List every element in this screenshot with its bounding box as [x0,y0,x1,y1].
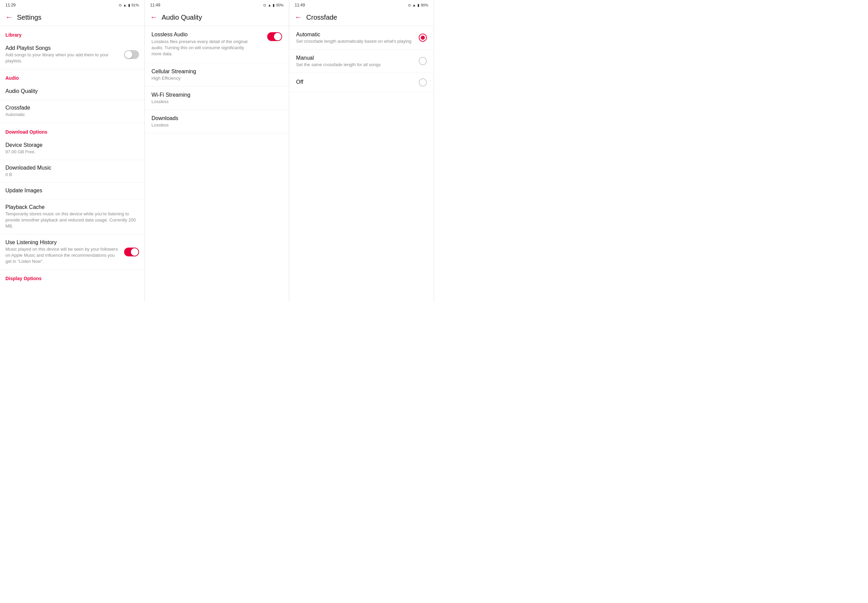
crossfade-item[interactable]: Crossfade Automatic [0,100,144,123]
settings-time: 11:29 [5,3,15,8]
audio-quality-item[interactable]: Audio Quality [0,83,144,100]
add-playlist-songs-title: Add Playlist Songs [5,45,124,51]
settings-title: Settings [17,14,42,22]
audio-quality-header: ← Audio Quality [145,9,289,26]
crossfade-time: 11:49 [295,3,305,8]
lossless-toggle-knob [274,33,281,40]
audio-quality-title: Audio Quality [162,14,202,22]
audio-section-label: Audio [0,69,144,83]
crossfade-title: Crossfade [5,105,30,111]
audio-status-icons: ⊙ ▲ ▮ 90% [263,3,283,8]
crossfade-location-icon: ⊙ [408,3,411,8]
crossfade-wifi-icon: ▲ [412,3,416,7]
automatic-radio-inner [421,36,425,40]
update-images-title: Update Images [5,187,42,194]
wifi-streaming-item[interactable]: Wi-Fi Streaming Lossless [145,87,289,110]
crossfade-manual-title: Manual [296,55,380,61]
crossfade-automatic-title: Automatic [296,31,411,38]
display-options-label: Display Options [0,270,144,284]
audio-quality-content: Lossless Audio Lossless files preserve e… [145,26,289,302]
playback-cache-item[interactable]: Playback Cache Temporarily stores music … [0,199,144,235]
crossfade-content: Automatic Set crossfade length automatic… [289,26,434,302]
audio-battery: 90% [276,3,283,7]
downloads-title: Downloads [151,115,178,121]
settings-content: Library Add Playlist Songs Add songs to … [0,26,144,302]
update-images-item[interactable]: Update Images [0,183,144,199]
use-listening-history-subtitle: Music played on this device will be seen… [5,246,121,265]
lossless-toggle[interactable] [267,32,282,41]
crossfade-header: ← Crossfade [289,9,434,26]
wifi-streaming-title: Wi-Fi Streaming [151,92,190,98]
listening-history-toggle-knob [131,248,138,256]
settings-header: ← Settings [0,9,144,26]
audio-wifi-icon: ▲ [267,3,271,7]
lossless-audio-desc: Lossless files preserve every detail of … [151,39,253,57]
crossfade-battery: 90% [421,3,428,7]
device-storage-item[interactable]: Device Storage 97.00 GB Free. [0,138,144,160]
downloaded-music-item[interactable]: Downloaded Music 0 B [0,160,144,183]
settings-back-button[interactable]: ← [5,13,13,22]
crossfade-battery-icon: ▮ [417,3,419,8]
crossfade-off-title: Off [296,79,303,85]
cellular-streaming-title: Cellular Streaming [151,68,196,74]
crossfade-off-item[interactable]: Off [289,73,434,92]
downloaded-music-subtitle: 0 B [5,172,51,178]
off-radio[interactable] [419,78,427,87]
automatic-radio[interactable] [419,34,427,42]
crossfade-automatic-subtitle: Set crossfade length automatically based… [296,39,411,44]
add-playlist-songs-item[interactable]: Add Playlist Songs Add songs to your lib… [0,40,144,69]
downloads-item[interactable]: Downloads Lossless [145,110,289,133]
crossfade-status-icons: ⊙ ▲ ▮ 90% [408,3,428,8]
settings-panel: 11:29 ⊙ ▲ ▮ 91% ← Settings Library Add P… [0,0,145,302]
listening-history-toggle[interactable] [124,247,139,257]
cellular-streaming-item[interactable]: Cellular Streaming High Efficiency [145,63,289,87]
location-icon: ⊙ [119,3,122,8]
downloads-subtitle: Lossless [151,122,178,128]
library-section-label: Library [0,26,144,40]
crossfade-manual-subtitle: Set the same crossfade length for all so… [296,62,380,67]
lossless-audio-row[interactable]: Lossless Audio Lossless files preserve e… [145,26,289,63]
audio-quality-title: Audio Quality [5,88,38,94]
audio-quality-panel: 11:49 ⊙ ▲ ▮ 90% ← Audio Quality Lossless… [145,0,290,302]
downloaded-music-title: Downloaded Music [5,165,51,171]
device-storage-subtitle: 97.00 GB Free. [5,149,42,155]
crossfade-title: Crossfade [306,14,337,22]
crossfade-panel: 11:49 ⊙ ▲ ▮ 90% ← Crossfade Automatic Se… [289,0,434,302]
use-listening-history-title: Use Listening History [5,240,121,246]
battery-icon: ▮ [128,3,130,8]
lossless-audio-title: Lossless Audio [151,31,263,38]
audio-time: 11:49 [150,3,161,8]
settings-status-icons: ⊙ ▲ ▮ 91% [119,3,139,8]
crossfade-automatic-item[interactable]: Automatic Set crossfade length automatic… [289,26,434,49]
audio-status-bar: 11:49 ⊙ ▲ ▮ 90% [145,0,289,9]
audio-battery-icon: ▮ [273,3,275,8]
audio-location-icon: ⊙ [263,3,266,8]
wifi-icon: ▲ [123,3,127,7]
manual-radio[interactable] [419,57,427,65]
crossfade-manual-item[interactable]: Manual Set the same crossfade length for… [289,49,434,73]
add-playlist-toggle-knob [125,51,132,58]
crossfade-status-bar: 11:49 ⊙ ▲ ▮ 90% [289,0,434,9]
crossfade-subtitle: Automatic [5,111,30,118]
settings-status-bar: 11:29 ⊙ ▲ ▮ 91% [0,0,144,9]
cellular-streaming-subtitle: High Efficiency [151,76,196,81]
add-playlist-toggle[interactable] [124,50,139,59]
playback-cache-title: Playback Cache [5,204,139,210]
crossfade-back-button[interactable]: ← [295,13,302,22]
playback-cache-subtitle: Temporarily stores music on this device … [5,211,139,230]
use-listening-history-item[interactable]: Use Listening History Music played on th… [0,235,144,270]
settings-battery: 91% [131,3,139,7]
wifi-streaming-subtitle: Lossless [151,99,190,104]
add-playlist-songs-subtitle: Add songs to your library when you add t… [5,52,124,64]
audio-quality-back-button[interactable]: ← [150,13,158,22]
download-options-label: Download Options [0,123,144,138]
device-storage-title: Device Storage [5,142,42,148]
